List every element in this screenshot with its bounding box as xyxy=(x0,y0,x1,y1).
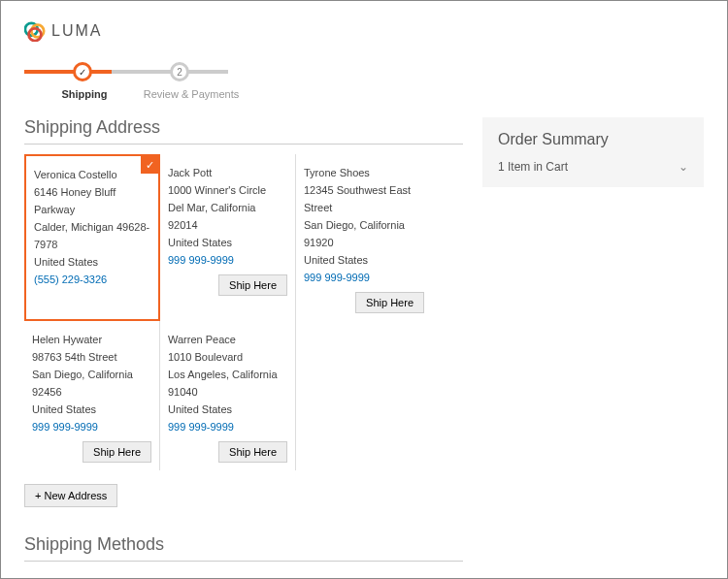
address-line1: 1000 Winner's Circle xyxy=(168,181,287,199)
ship-here-button[interactable]: Ship Here xyxy=(218,441,287,463)
address-card[interactable]: Jack Pott 1000 Winner's Circle Del Mar, … xyxy=(160,154,296,321)
chevron-down-icon: ⌄ xyxy=(678,160,688,174)
address-phone[interactable]: 999 999-9999 xyxy=(32,418,151,435)
step-review-indicator: 2 xyxy=(170,62,189,81)
shipping-methods-table: $10.00 Fixed Flat Rate $0.00 Table Rate … xyxy=(24,571,286,579)
shipping-method-row[interactable]: $10.00 Fixed Flat Rate xyxy=(24,571,286,579)
logo[interactable]: LUMA xyxy=(24,20,704,42)
address-card[interactable]: Warren Peace 1010 Boulevard Los Angeles,… xyxy=(160,321,296,470)
step-shipping-indicator: ✓ xyxy=(73,62,92,81)
order-summary-sidebar: Order Summary 1 Item in Cart ⌄ xyxy=(482,117,704,187)
address-country: United States xyxy=(168,401,287,418)
checkout-progress: ✓ 2 xyxy=(24,57,228,84)
logo-text: LUMA xyxy=(51,22,102,40)
new-address-button[interactable]: + New Address xyxy=(24,484,117,507)
ship-here-button[interactable]: Ship Here xyxy=(83,441,151,463)
shipping-address-heading: Shipping Address xyxy=(24,117,463,138)
address-line2: Calder, Michigan 49628-7978 xyxy=(34,218,150,253)
address-phone[interactable]: (555) 229-3326 xyxy=(34,271,150,288)
address-name: Veronica Costello xyxy=(34,166,150,183)
address-phone[interactable]: 999 999-9999 xyxy=(168,418,287,435)
address-card[interactable]: Tyrone Shoes 12345 Southwest East Street… xyxy=(296,154,432,321)
address-line1: 1010 Boulevard xyxy=(168,348,287,366)
check-icon: ✓ xyxy=(79,67,86,78)
address-name: Jack Pott xyxy=(168,164,287,181)
address-card[interactable]: Helen Hywater 98763 54th Street San Dieg… xyxy=(24,321,160,470)
order-summary-heading: Order Summary xyxy=(498,131,688,148)
address-line1: 98763 54th Street xyxy=(32,348,151,366)
address-name: Warren Peace xyxy=(168,331,287,348)
address-card[interactable]: ✓ Veronica Costello 6146 Honey Bluff Par… xyxy=(24,154,160,321)
address-line2: San Diego, California 91920 xyxy=(304,216,424,251)
address-line2: San Diego, California 92456 xyxy=(32,366,151,401)
selected-check-icon: ✓ xyxy=(141,156,158,174)
shipping-methods-heading: Shipping Methods xyxy=(24,534,463,555)
step-label-shipping: Shipping xyxy=(36,88,133,100)
address-line1: 6146 Honey Bluff Parkway xyxy=(34,183,150,218)
cart-toggle[interactable]: 1 Item in Cart ⌄ xyxy=(498,160,688,174)
step-label-review: Review & Payments xyxy=(133,88,249,100)
address-line2: Del Mar, California 92014 xyxy=(168,199,287,234)
luma-logo-icon xyxy=(24,20,46,42)
ship-here-button[interactable]: Ship Here xyxy=(218,274,287,296)
address-phone[interactable]: 999 999-9999 xyxy=(168,251,287,269)
address-country: United States xyxy=(32,401,151,418)
address-country: United States xyxy=(34,253,150,271)
address-line2: Los Angeles, California 91040 xyxy=(168,366,287,401)
cart-items-label: 1 Item in Cart xyxy=(498,160,568,174)
address-name: Tyrone Shoes xyxy=(304,164,424,181)
divider xyxy=(24,144,463,145)
address-name: Helen Hywater xyxy=(32,331,151,348)
address-grid: ✓ Veronica Costello 6146 Honey Bluff Par… xyxy=(24,154,463,470)
divider xyxy=(24,561,463,562)
ship-here-button[interactable]: Ship Here xyxy=(355,292,424,313)
address-phone[interactable]: 999 999-9999 xyxy=(304,269,424,286)
address-line1: 12345 Southwest East Street xyxy=(304,181,424,216)
address-country: United States xyxy=(168,234,287,251)
address-country: United States xyxy=(304,251,424,269)
